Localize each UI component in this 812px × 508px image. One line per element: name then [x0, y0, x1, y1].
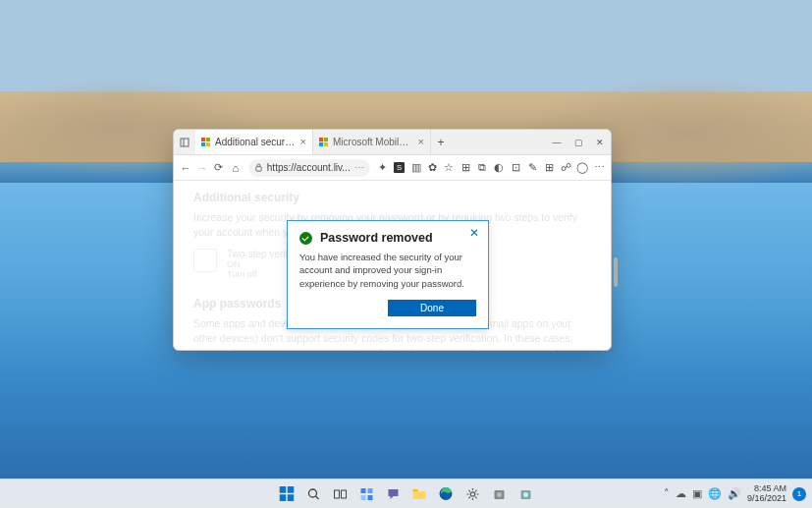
ext-icon-6[interactable]: ⊡	[509, 159, 522, 177]
address-bar[interactable]: https://account.liv... ⋯	[248, 159, 370, 177]
ext-icon-3[interactable]: ✿	[426, 159, 440, 177]
ext-icon-4[interactable]: ⊞	[459, 159, 472, 177]
ext-icon-2[interactable]: ▥	[409, 159, 423, 177]
ms-favicon-icon	[201, 138, 210, 146]
start-button[interactable]	[275, 482, 298, 506]
reader-icon[interactable]: ⋯	[354, 162, 364, 173]
svg-rect-7	[324, 138, 328, 141]
search-button[interactable]	[301, 482, 325, 506]
tab-close-icon[interactable]: ×	[418, 137, 424, 147]
checkmark-icon	[299, 232, 312, 245]
page-content: Additional security Increase your securi…	[174, 181, 611, 350]
svg-rect-14	[288, 486, 295, 493]
dialog-close-button[interactable]: ✕	[466, 225, 482, 241]
collections-icon[interactable]: ⧉	[475, 159, 489, 177]
settings-button[interactable]	[460, 482, 484, 506]
tab-label: Additional security options	[215, 137, 296, 147]
svg-rect-22	[367, 488, 372, 493]
browser-toolbar: ← → ⟳ ⌂ https://account.liv... ⋯ ✦ S ▥ ✿…	[174, 155, 611, 181]
dialog-title: Password removed	[320, 231, 433, 245]
tray-chevron-icon[interactable]: ˄	[664, 487, 670, 500]
extensions-icon[interactable]: ⊞	[542, 159, 556, 177]
svg-rect-3	[206, 138, 210, 141]
new-tab-button[interactable]: +	[431, 130, 451, 154]
clock[interactable]: 8:45 AM 9/16/2021	[747, 484, 786, 504]
svg-rect-8	[319, 142, 323, 146]
svg-point-29	[497, 492, 502, 497]
forward-button[interactable]: →	[195, 159, 209, 177]
ext-icon-8[interactable]: ☍	[559, 159, 572, 177]
svg-rect-9	[324, 142, 328, 146]
refresh-button[interactable]: ⟳	[212, 159, 226, 177]
svg-point-31	[523, 492, 528, 497]
svg-rect-20	[341, 490, 346, 498]
tab-close-icon[interactable]: ×	[300, 137, 306, 147]
profile-icon[interactable]: ◯	[575, 159, 589, 177]
taskbar-app-1[interactable]	[487, 482, 511, 506]
chat-button[interactable]	[381, 482, 405, 506]
edge-button[interactable]	[434, 482, 458, 506]
explorer-button[interactable]	[407, 482, 431, 506]
svg-rect-4	[201, 142, 205, 146]
lock-icon	[254, 163, 263, 172]
onedrive-icon[interactable]: ☁	[676, 487, 686, 500]
taskbar-app-2[interactable]	[514, 482, 537, 506]
tab-active[interactable]: Additional security options ×	[195, 130, 313, 154]
svg-rect-24	[367, 495, 372, 500]
home-button[interactable]: ⌂	[229, 159, 243, 177]
svg-rect-13	[280, 486, 287, 493]
svg-rect-19	[334, 490, 339, 498]
dialog-message: You have increased the security of your …	[299, 251, 476, 290]
notification-badge[interactable]: 1	[792, 487, 806, 501]
taskbar: ˄ ☁ ▣ 🌐 🔊 8:45 AM 9/16/2021 1	[0, 479, 812, 508]
minimize-button[interactable]: —	[546, 130, 568, 154]
close-window-button[interactable]: ✕	[589, 130, 611, 154]
ms-favicon-icon	[319, 138, 328, 146]
svg-line-18	[315, 496, 318, 499]
ext-icon-7[interactable]: ✎	[525, 159, 539, 177]
widgets-button[interactable]	[354, 482, 378, 506]
url-text: https://account.liv...	[267, 162, 351, 173]
svg-text:S: S	[397, 163, 402, 172]
read-aloud-icon[interactable]: ✦	[376, 159, 390, 177]
task-view-button[interactable]	[328, 482, 352, 506]
svg-point-27	[470, 491, 474, 495]
svg-rect-23	[360, 495, 365, 500]
tray-app-icon[interactable]: ▣	[692, 487, 702, 500]
favorites-icon[interactable]: ☆	[442, 159, 456, 177]
network-icon[interactable]: 🌐	[708, 487, 722, 500]
done-button[interactable]: Done	[388, 300, 476, 316]
taskbar-center	[275, 482, 537, 506]
tab-label: Microsoft Mobile Phone Authen	[333, 137, 413, 147]
svg-rect-25	[413, 489, 418, 491]
maximize-button[interactable]: ▢	[568, 130, 589, 154]
svg-rect-6	[319, 138, 323, 141]
svg-rect-21	[360, 488, 365, 493]
volume-icon[interactable]: 🔊	[728, 487, 741, 500]
svg-rect-5	[206, 142, 210, 146]
svg-point-17	[308, 489, 316, 497]
svg-rect-2	[201, 138, 205, 141]
menu-button[interactable]: ⋯	[592, 159, 606, 177]
password-removed-dialog: ✕ Password removed You have increased th…	[287, 220, 489, 329]
svg-rect-0	[181, 139, 189, 146]
system-tray: ˄ ☁ ▣ 🌐 🔊 8:45 AM 9/16/2021 1	[664, 484, 806, 504]
window-scrollbar[interactable]	[614, 257, 618, 287]
ext-icon-5[interactable]: ◐	[492, 159, 506, 177]
titlebar: Additional security options × Microsoft …	[174, 130, 611, 155]
svg-rect-10	[256, 167, 261, 172]
svg-rect-15	[280, 494, 287, 501]
browser-window: Additional security options × Microsoft …	[173, 129, 612, 351]
ext-icon-1[interactable]: S	[393, 159, 406, 177]
svg-rect-16	[288, 494, 295, 501]
tab-actions-icon[interactable]	[174, 130, 195, 154]
tab-inactive[interactable]: Microsoft Mobile Phone Authen ×	[313, 130, 431, 154]
back-button[interactable]: ←	[179, 159, 192, 177]
date-text: 9/16/2021	[747, 494, 786, 504]
